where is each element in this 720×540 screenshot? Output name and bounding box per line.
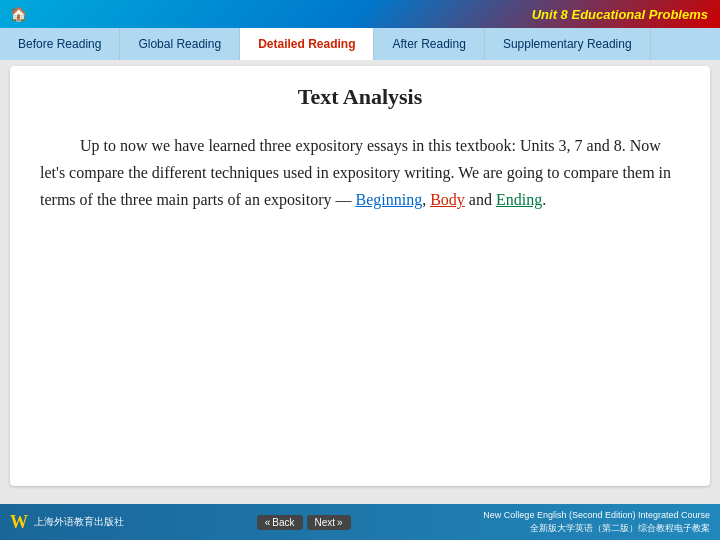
next-icon: » [337,517,343,528]
highlight-body: Body [430,191,465,208]
back-button[interactable]: « Back [257,515,303,530]
highlight-beginning: Beginning [355,191,422,208]
main-content: Text Analysis Up to now we have learned … [10,66,710,486]
header-title: Unit 8 Educational Problems [532,7,708,22]
info-line1: New College English (Second Edition) Int… [483,509,710,522]
next-label: Next [315,517,336,528]
bottom-right-info: New College English (Second Edition) Int… [483,509,710,534]
header-bar: 🏠 Unit 8 Educational Problems [0,0,720,28]
navigation-tabs: Before Reading Global Reading Detailed R… [0,28,720,60]
highlight-ending: Ending [496,191,542,208]
navigation-buttons: « Back Next » [257,515,351,530]
paragraph-end: . [542,191,546,208]
bottom-logo: W 上海外语教育出版社 [10,512,124,533]
tab-after-reading[interactable]: After Reading [374,28,484,60]
separator1: , [422,191,430,208]
back-label: Back [272,517,294,528]
next-button[interactable]: Next » [307,515,351,530]
separator2: and [465,191,496,208]
logo-w: W [10,512,28,533]
content-body: Up to now we have learned three exposito… [40,132,680,214]
logo-text: 上海外语教育出版社 [34,515,124,529]
info-line2: 全新版大学英语（第二版）综合教程电子教案 [483,522,710,535]
bottom-bar: W 上海外语教育出版社 « Back Next » New College En… [0,504,720,540]
content-title: Text Analysis [40,84,680,110]
tab-supplementary-reading[interactable]: Supplementary Reading [485,28,651,60]
home-icon[interactable]: 🏠 [10,6,27,22]
tab-before-reading[interactable]: Before Reading [0,28,120,60]
back-icon: « [265,517,271,528]
tab-global-reading[interactable]: Global Reading [120,28,240,60]
tab-detailed-reading[interactable]: Detailed Reading [240,28,374,60]
